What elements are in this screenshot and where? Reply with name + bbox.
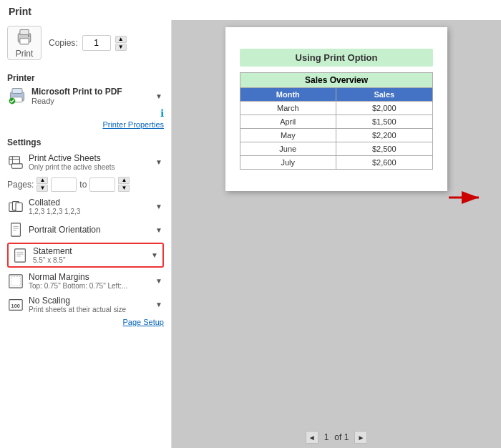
col-month: Month bbox=[240, 88, 336, 102]
margins-sub: Top: 0.75" Bottom: 0.75" Left:... bbox=[29, 282, 150, 290]
copies-down[interactable]: ▼ bbox=[115, 44, 127, 51]
settings-collated: Collated 1,2,3 1,2,3 1,2,3 ▼ bbox=[7, 195, 164, 218]
red-arrow-right bbox=[449, 187, 485, 210]
settings-section-title: Settings bbox=[7, 137, 164, 147]
svg-rect-11 bbox=[12, 163, 23, 167]
printer-icon bbox=[14, 27, 34, 47]
print-btn-area: Print Copies: ▲ ▼ bbox=[7, 20, 164, 69]
printer-properties-link[interactable]: Printer Properties bbox=[7, 120, 164, 129]
copies-input[interactable] bbox=[82, 35, 111, 51]
statement-dropdown[interactable]: ▼ bbox=[150, 251, 160, 259]
page-setup-link[interactable]: Page Setup bbox=[7, 318, 164, 326]
svg-rect-8 bbox=[9, 156, 20, 164]
table-row: April$1,500 bbox=[240, 115, 433, 129]
printer-info: Microsoft Print to PDF Ready bbox=[31, 87, 150, 105]
pagination-bar: ◄ 1 of 1 ► bbox=[306, 431, 368, 444]
svg-rect-24 bbox=[11, 276, 21, 286]
left-panel: Print Copies: ▲ ▼ Printer bbox=[0, 20, 172, 448]
pages-to-up[interactable]: ▲ bbox=[118, 177, 130, 184]
svg-rect-19 bbox=[15, 248, 26, 261]
main-content: Print Copies: ▲ ▼ Printer bbox=[0, 20, 501, 448]
col-sales: Sales bbox=[336, 88, 432, 102]
printer-info-icon[interactable]: ℹ bbox=[7, 107, 164, 119]
scaling-sub: Print sheets at their actual size bbox=[29, 306, 150, 313]
table-row: May$2,200 bbox=[240, 129, 433, 142]
collate-icon bbox=[7, 198, 24, 215]
collated-text: Collated 1,2,3 1,2,3 1,2,3 bbox=[29, 198, 150, 215]
orientation-main: Portrait Orientation bbox=[29, 225, 150, 235]
settings-scaling: 100 No Scaling Print sheets at their act… bbox=[7, 293, 164, 316]
copies-spinner: ▲ ▼ bbox=[115, 36, 127, 51]
print-label: Print bbox=[16, 49, 34, 59]
table-row: July$2,600 bbox=[240, 156, 433, 170]
print-button[interactable]: Print bbox=[7, 26, 42, 60]
page-size-icon bbox=[11, 247, 29, 264]
right-panel: Using Print Option Sales Overview Month … bbox=[172, 20, 501, 448]
copies-up[interactable]: ▲ bbox=[115, 36, 127, 43]
svg-text:100: 100 bbox=[11, 302, 20, 308]
copies-area: Copies: ▲ ▼ bbox=[49, 35, 127, 51]
current-page: 1 bbox=[324, 432, 329, 442]
table-row: June$2,500 bbox=[240, 142, 433, 156]
printer-section-title: Printer bbox=[7, 73, 164, 83]
svg-rect-5 bbox=[12, 89, 22, 94]
pages-to-down[interactable]: ▼ bbox=[118, 185, 130, 192]
margins-main: Normal Margins bbox=[29, 272, 150, 282]
settings-active-sheets: Print Active Sheets Only print the activ… bbox=[7, 150, 164, 174]
sales-table: Sales Overview Month Sales March$2,000Ap… bbox=[240, 72, 433, 170]
collated-dropdown[interactable]: ▼ bbox=[154, 203, 164, 210]
active-sheets-dropdown[interactable]: ▼ bbox=[154, 158, 164, 166]
window-title: Print bbox=[9, 6, 31, 17]
collated-main: Collated bbox=[29, 198, 150, 208]
pages-from-spinner: ▲ ▼ bbox=[37, 177, 48, 192]
orientation-text: Portrait Orientation bbox=[29, 225, 150, 235]
settings-margins: Normal Margins Top: 0.75" Bottom: 0.75" … bbox=[7, 269, 164, 293]
of-label: of 1 bbox=[334, 432, 349, 442]
pages-to-label: to bbox=[79, 180, 87, 190]
settings-orientation: Portrait Orientation ▼ bbox=[7, 218, 164, 241]
next-page-btn[interactable]: ► bbox=[354, 431, 367, 444]
svg-rect-14 bbox=[16, 203, 22, 211]
statement-text: Statement 5.5" x 8.5" bbox=[33, 246, 145, 264]
pages-from-down[interactable]: ▼ bbox=[37, 185, 48, 192]
scaling-icon: 100 bbox=[7, 296, 24, 313]
pages-label: Pages: bbox=[7, 180, 34, 190]
active-sheets-main: Print Active Sheets bbox=[29, 153, 150, 163]
pages-row: Pages: ▲ ▼ to ▲ ▼ bbox=[7, 174, 164, 195]
scaling-main: No Scaling bbox=[29, 296, 150, 306]
margins-icon bbox=[7, 273, 24, 290]
settings-statement[interactable]: Statement 5.5" x 8.5" ▼ bbox=[7, 243, 164, 268]
preview-area: Using Print Option Sales Overview Month … bbox=[225, 27, 447, 406]
printer-status: Ready bbox=[31, 97, 150, 105]
print-window: Print Print Copies: bbox=[0, 0, 501, 448]
statement-sub: 5.5" x 8.5" bbox=[33, 256, 145, 264]
scaling-dropdown[interactable]: ▼ bbox=[154, 301, 164, 308]
prev-page-btn[interactable]: ◄ bbox=[306, 431, 318, 444]
printer-name: Microsoft Print to PDF bbox=[31, 87, 150, 97]
pages-from-input[interactable] bbox=[51, 177, 77, 192]
portrait-icon bbox=[7, 221, 24, 238]
margins-text: Normal Margins Top: 0.75" Bottom: 0.75" … bbox=[29, 272, 150, 290]
pages-to-spinner: ▲ ▼ bbox=[118, 177, 130, 192]
svg-rect-15 bbox=[11, 223, 21, 236]
title-bar: Print bbox=[0, 0, 501, 20]
copies-label: Copies: bbox=[49, 38, 78, 48]
page-content: Using Print Option Sales Overview Month … bbox=[240, 49, 433, 170]
svg-rect-2 bbox=[20, 39, 29, 44]
pages-from-up[interactable]: ▲ bbox=[37, 177, 48, 184]
orientation-dropdown[interactable]: ▼ bbox=[154, 226, 164, 234]
active-sheets-sub: Only print the active sheets bbox=[29, 163, 150, 171]
preview-page: Using Print Option Sales Overview Month … bbox=[225, 27, 447, 191]
active-sheets-text: Print Active Sheets Only print the activ… bbox=[29, 153, 150, 171]
statement-main: Statement bbox=[33, 246, 145, 256]
table-row: March$2,000 bbox=[240, 102, 433, 115]
collated-sub: 1,2,3 1,2,3 1,2,3 bbox=[29, 208, 150, 215]
printer-device-icon bbox=[7, 86, 27, 106]
svg-point-3 bbox=[28, 35, 29, 36]
sheets-icon bbox=[7, 154, 24, 171]
scaling-text: No Scaling Print sheets at their actual … bbox=[29, 296, 150, 313]
printer-dropdown-arrow[interactable]: ▼ bbox=[154, 92, 164, 100]
printer-section: Microsoft Print to PDF Ready ▼ bbox=[7, 86, 164, 106]
margins-dropdown[interactable]: ▼ bbox=[154, 277, 164, 285]
pages-to-input[interactable] bbox=[89, 177, 115, 192]
